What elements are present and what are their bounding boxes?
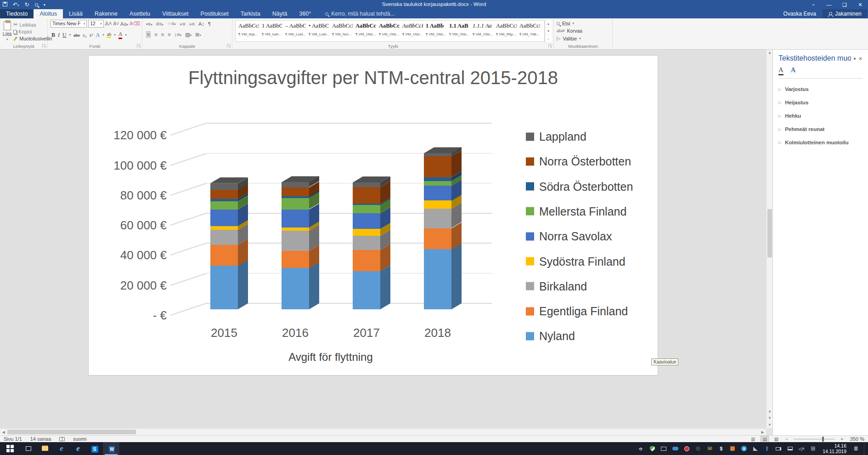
bar-segment-mellersta-finland-2017[interactable] — [353, 205, 380, 213]
tab-tarkista[interactable]: Tarkista — [235, 9, 266, 18]
tray-battery-icon[interactable] — [775, 445, 782, 452]
tab-n-yt-[interactable]: Näytä — [266, 9, 293, 18]
zoom-in-button[interactable]: + — [839, 436, 845, 442]
tray-bluetooth-icon[interactable]: ᛒ — [763, 445, 771, 452]
text-effects-tab[interactable]: A — [791, 66, 796, 75]
legend-item-lappland[interactable]: Lappland — [526, 130, 586, 143]
styles-dialog-launcher[interactable]: ↘ — [548, 44, 552, 48]
paragraph-dialog-launcher[interactable]: ↘ — [227, 44, 231, 48]
tab-360-[interactable]: 360° — [293, 9, 317, 18]
font-family-combo[interactable]: Times New F▾ — [51, 20, 87, 28]
page-indicator[interactable]: Sivu 1/1 — [4, 436, 22, 442]
bar-segment-syd-stra-finland-2016[interactable] — [282, 228, 309, 231]
bar-segment-mellersta-finland-2015[interactable] — [210, 201, 238, 210]
bar-segment-norra-sterbotten-2018[interactable] — [424, 156, 451, 177]
style-gallery-item[interactable]: • AaBbC¶ VM_Luet... — [306, 21, 329, 41]
scroll-down-arrow[interactable]: ▼ — [767, 422, 773, 428]
bold-button[interactable]: B — [51, 32, 55, 39]
tray-mail-icon[interactable]: ✉ — [706, 445, 713, 452]
text-effects-button[interactable]: A — [96, 32, 100, 39]
style-gallery-item[interactable]: 1 AaBb¶ VM_Otsi... — [423, 21, 446, 41]
show-desktop-button[interactable] — [864, 442, 866, 455]
bar-segment-egentliga-finland-2018[interactable] — [424, 228, 451, 250]
tab-postitukset[interactable]: Postitukset — [195, 9, 235, 18]
tell-me-box[interactable]: Kerro, mitä haluat tehdä... — [325, 9, 395, 18]
legend-item-syd-stra-finland[interactable]: Sydöstra Finland — [526, 255, 626, 268]
show-paragraph-marks-button[interactable]: ¶ — [208, 21, 211, 27]
bar-segment-birkaland-2015[interactable] — [210, 230, 238, 245]
bar-segment-norra-savolax-2016[interactable] — [282, 210, 309, 228]
bar-segment-s-dra-sterbotten-2015[interactable] — [210, 199, 238, 201]
grow-font-button[interactable]: A˄ — [105, 21, 112, 27]
action-center-icon[interactable]: 🗏 — [852, 445, 860, 452]
scroll-up-arrow[interactable]: ▲ — [767, 50, 773, 56]
legend-item-birkaland[interactable]: Birkaland — [526, 279, 587, 293]
borders-button[interactable]: ⊞▾ — [195, 32, 201, 38]
italic-button[interactable]: I — [58, 32, 60, 39]
tray-snip-icon[interactable] — [752, 445, 759, 452]
tray-network-icon[interactable] — [786, 445, 794, 452]
style-gallery-item[interactable]: 1 AaBbC¶ VM_luet... — [259, 21, 282, 41]
strikethrough-button[interactable]: abc — [73, 33, 80, 38]
read-mode-button[interactable]: ▥ — [750, 436, 756, 442]
increase-indent-button[interactable]: »≡ — [189, 21, 195, 27]
align-center-button[interactable]: ≡ — [154, 32, 157, 37]
taskbar-app-internet-explorer[interactable]: e — [70, 442, 86, 455]
chart-title[interactable]: Flyttningsavgifter per NTM-central 2015-… — [89, 68, 658, 88]
tab-tiedosto[interactable]: Tiedosto — [0, 9, 34, 18]
close-button[interactable]: ✕ — [852, 0, 868, 10]
copy-button[interactable]: Kopioi — [13, 29, 52, 34]
taskbar-app-word[interactable]: W — [103, 442, 119, 455]
shrink-font-button[interactable]: A˅ — [113, 21, 119, 26]
zoom-slider-handle[interactable] — [822, 437, 824, 442]
numbering-button[interactable]: #≡▾ — [156, 21, 163, 27]
bar-segment-norra-sterbotten-2015[interactable] — [210, 190, 238, 199]
previous-page-button[interactable]: ▲ — [767, 408, 773, 415]
horizontal-scrollbar[interactable]: ◀ ▶ — [0, 428, 766, 435]
align-right-button[interactable]: ≡ — [161, 32, 164, 37]
shading-button[interactable]: ▨▾ — [185, 32, 192, 38]
tray-package-icon[interactable] — [729, 445, 736, 452]
taskbar-app-task-view[interactable] — [20, 442, 37, 455]
bar-segment-mellersta-finland-2016[interactable] — [282, 198, 309, 209]
scroll-left-arrow[interactable]: ◀ — [0, 429, 7, 436]
bar-segment-lappland-2018[interactable] — [424, 153, 451, 156]
print-layout-button[interactable]: ▤ — [761, 436, 768, 443]
paste-button[interactable]: Liitä ▾ — [3, 20, 11, 43]
bar-segment-s-dra-sterbotten-2018[interactable] — [424, 177, 451, 181]
style-gallery-item[interactable]: AaBbCcI¶ VM_Riip... — [493, 21, 517, 41]
tab-lis-[interactable]: Lisää — [63, 9, 89, 18]
taskbar-app-skype-business[interactable]: S — [86, 442, 103, 455]
start-button[interactable] — [0, 442, 20, 455]
tray-privacy-icon[interactable] — [694, 445, 702, 452]
styles-scroll-up-button[interactable]: ▲ — [545, 20, 552, 28]
bar-segment-birkaland-2018[interactable] — [424, 209, 451, 228]
bar-segment-norra-savolax-2018[interactable] — [424, 186, 451, 201]
legend-item-mellersta-finland[interactable]: Mellersta Finland — [526, 205, 626, 218]
paste-dropdown-arrow[interactable]: ▾ — [6, 38, 8, 41]
style-gallery-item[interactable]: AaBbCcI¶ VM_Otsi... — [400, 21, 423, 41]
bullets-button[interactable]: •≡▾ — [146, 21, 152, 27]
task-pane-item-kolmiulotteinen-muotoilu[interactable]: ▷Kolmiulotteinen muotoilu — [778, 140, 862, 145]
style-gallery-item[interactable]: AaBbCc¶ VM_Otsi... — [353, 21, 376, 41]
account-name[interactable]: Ovaska Eeva — [783, 11, 816, 17]
tray-skype-icon[interactable]: S — [740, 445, 748, 452]
tray-vpn-grid-icon[interactable]: ⊞ — [809, 445, 817, 452]
tab-rakenne[interactable]: Rakenne — [89, 9, 124, 18]
document-page[interactable]: Flyttningsavgifter per NTM-central 2015-… — [88, 55, 658, 375]
tab-aloitus[interactable]: Aloitus — [34, 9, 63, 18]
bar-segment-birkaland-2016[interactable] — [282, 231, 309, 251]
clear-formatting-button[interactable]: A⌫ — [130, 21, 140, 27]
tray-onedrive-icon[interactable] — [671, 445, 679, 452]
legend-item-norra-sterbotten[interactable]: Norra Österbotten — [526, 155, 631, 168]
subscript-button[interactable]: x₂ — [83, 33, 87, 38]
bar-segment-syd-stra-finland-2015[interactable] — [210, 226, 238, 230]
restore-button[interactable]: ❑ — [837, 0, 852, 10]
document-area[interactable]: Flyttningsavgifter per NTM-central 2015-… — [0, 50, 766, 428]
task-pane-close-icon[interactable]: ✕ — [859, 56, 862, 61]
tray-screen-share-icon[interactable] — [660, 445, 667, 452]
tray-people-icon[interactable]: ꝋ — [637, 445, 644, 452]
bar-segment-syd-stra-finland-2017[interactable] — [353, 229, 380, 236]
multilevel-list-button[interactable]: ⁘≡▾ — [167, 21, 176, 27]
bar-segment-mellersta-finland-2018[interactable] — [424, 181, 451, 186]
